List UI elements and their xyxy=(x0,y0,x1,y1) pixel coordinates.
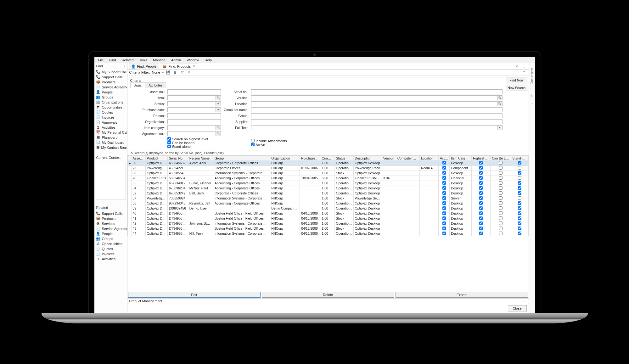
related-item-service-agreements[interactable]: 📄Service Agreements xyxy=(94,226,127,231)
find-item-planboard[interactable]: ▦Planboard xyxy=(94,135,127,140)
input-location[interactable] xyxy=(251,101,497,106)
col-header[interactable]: Stand-alone xyxy=(511,156,528,160)
col-header[interactable] xyxy=(127,156,131,160)
can-be-loaned-checkbox[interactable] xyxy=(499,166,503,170)
highest-level-checkbox[interactable] xyxy=(479,232,483,235)
col-header[interactable]: Computer Name xyxy=(396,156,419,160)
active-checkbox[interactable] xyxy=(442,216,446,220)
criteria-tab-basic[interactable]: Basic xyxy=(130,82,145,88)
lookup-icon[interactable]: 🔍 xyxy=(497,101,503,106)
stand-alone-checkbox[interactable] xyxy=(518,166,521,170)
input-supplier[interactable] xyxy=(251,119,503,124)
lookup-icon[interactable]: 🔍 xyxy=(216,131,221,136)
highest-level-checkbox[interactable] xyxy=(479,191,483,195)
can-be-loaned-checkbox[interactable] xyxy=(499,206,503,210)
can-be-loaned-checkbox[interactable] xyxy=(499,161,503,165)
menu-admin[interactable]: Admin xyxy=(169,58,183,63)
input-agreement-no[interactable] xyxy=(167,131,216,136)
find-item-products[interactable]: 📦Products xyxy=(94,80,127,85)
active-checkbox[interactable] xyxy=(442,232,446,235)
input-item[interactable] xyxy=(167,95,216,100)
highest-level-checkbox[interactable] xyxy=(479,216,483,220)
active-checkbox[interactable] xyxy=(442,201,446,205)
table-row[interactable]: 43Optiplex DeskDT34958737Boston Field Of… xyxy=(127,226,528,231)
tab-find-products[interactable]: 📦Find: Products✕ xyxy=(160,64,198,69)
active-checkbox[interactable] xyxy=(442,161,446,165)
highest-level-checkbox[interactable] xyxy=(479,171,483,175)
input-computer-name[interactable] xyxy=(251,107,503,112)
menu-window[interactable]: Window xyxy=(184,58,201,63)
active-checkbox[interactable] xyxy=(442,171,446,175)
stand-alone-checkbox[interactable] xyxy=(518,206,521,210)
active-checkbox[interactable] xyxy=(442,196,446,200)
input-serial-no[interactable] xyxy=(251,89,503,94)
find-item-approvals[interactable]: 📋Approvals xyxy=(94,120,127,125)
active-checkbox[interactable] xyxy=(442,191,446,195)
table-row[interactable]: 42Optiplex DeskDT34958736Johnson, SteveI… xyxy=(127,221,528,226)
stand-alone-checkbox[interactable] xyxy=(518,232,521,235)
input-item-category[interactable] xyxy=(167,125,216,130)
tab-close-icon[interactable]: ✕ xyxy=(193,64,195,69)
stand-alone-checkbox[interactable] xyxy=(518,227,521,230)
can-be-loaned-checkbox[interactable] xyxy=(499,186,503,190)
active-checkbox[interactable] xyxy=(442,227,446,230)
col-header[interactable]: Active xyxy=(438,156,449,160)
related-item-services[interactable]: 🛠Services xyxy=(94,221,127,226)
dropdown-icon[interactable]: ▾ xyxy=(497,125,503,130)
stand-alone-checkbox[interactable] xyxy=(518,221,521,225)
table-row[interactable]: 37PowerEdge S783659824Information System… xyxy=(127,196,528,201)
chevron-down-icon[interactable]: ⌄ xyxy=(521,64,527,69)
table-row[interactable]: 40Optiplex DeskDT34958734Boston Field Of… xyxy=(127,211,528,216)
col-header[interactable]: Group xyxy=(213,156,270,160)
menu-related[interactable]: Related xyxy=(119,58,136,63)
stand-alone-checkbox[interactable] xyxy=(518,211,521,215)
stand-alone-checkbox[interactable] xyxy=(518,201,521,205)
can-be-loaned-checkbox[interactable] xyxy=(499,176,503,180)
related-item-support-calls[interactable]: 📞Support Calls xyxy=(94,211,127,216)
find-item-activities[interactable]: 🗓Activities xyxy=(94,125,127,130)
can-be-loaned-checkbox[interactable] xyxy=(499,211,503,215)
menu-help[interactable]: Help xyxy=(202,58,214,63)
collapse-criteria-icon[interactable]: ⌃ xyxy=(522,70,527,75)
can-be-loaned-checkbox[interactable] xyxy=(499,232,503,235)
results-grid[interactable]: Asset No.ProductSerial No.Person NameGro… xyxy=(127,155,529,291)
find-item-opportunities[interactable]: ⇄Opportunities xyxy=(94,105,127,110)
highest-level-checkbox[interactable] xyxy=(479,166,483,170)
stand-alone-checkbox[interactable] xyxy=(518,186,521,190)
col-header[interactable]: Can Be Loaned xyxy=(491,156,511,160)
product-management-bar[interactable]: Product Management ⌄ xyxy=(127,298,529,304)
input-person[interactable] xyxy=(167,113,221,118)
active-checkbox[interactable] xyxy=(442,166,446,170)
active-checkbox[interactable] xyxy=(442,221,446,225)
criteria-filter-value[interactable]: None xyxy=(152,70,160,74)
col-header[interactable]: Organization xyxy=(270,156,300,160)
input-asset-no[interactable] xyxy=(167,89,221,94)
highest-level-checkbox[interactable] xyxy=(479,161,483,165)
delete-filter-icon[interactable]: 🗑 xyxy=(173,70,178,75)
find-item-my-support-calls[interactable]: 📞My Support Calls xyxy=(94,70,127,75)
can-be-loaned-checkbox[interactable] xyxy=(499,221,503,225)
highest-level-checkbox[interactable] xyxy=(479,186,483,190)
related-item-quotes[interactable]: 🧾Quotes xyxy=(94,246,127,251)
col-header[interactable]: Asset No. xyxy=(131,156,145,160)
col-header[interactable]: Highest Level xyxy=(472,156,491,160)
check-attach[interactable]: Include Attachments xyxy=(251,139,503,143)
can-be-loaned-checkbox[interactable] xyxy=(499,227,503,230)
check-standalone[interactable]: Stand-alone xyxy=(167,145,221,148)
close-all-icon[interactable]: ✕ xyxy=(514,64,520,69)
input-status[interactable] xyxy=(167,101,216,106)
tab-find-people[interactable]: 👤Find: People xyxy=(129,64,160,69)
table-row[interactable]: 32Optiplex Desk678853242Bell, SallyCorpo… xyxy=(127,191,528,196)
funnel-icon[interactable]: ▽ xyxy=(180,70,185,75)
menu-tools[interactable]: Tools xyxy=(137,58,150,63)
col-header[interactable]: Serial No. xyxy=(167,156,188,160)
col-header[interactable]: Version xyxy=(382,156,396,160)
create-new-label[interactable]: Create new... xyxy=(530,66,534,84)
related-item-products[interactable]: 📦Products xyxy=(94,216,127,221)
edit-button[interactable]: Edit xyxy=(128,292,261,298)
dropdown-icon[interactable]: ▾ xyxy=(216,107,221,112)
table-row[interactable]: 39Optiplex DeskD06909456Demo, UserDemo C… xyxy=(127,206,528,211)
stand-alone-checkbox[interactable] xyxy=(518,181,521,185)
stand-alone-checkbox[interactable] xyxy=(518,191,521,195)
highest-level-checkbox[interactable] xyxy=(479,181,483,185)
